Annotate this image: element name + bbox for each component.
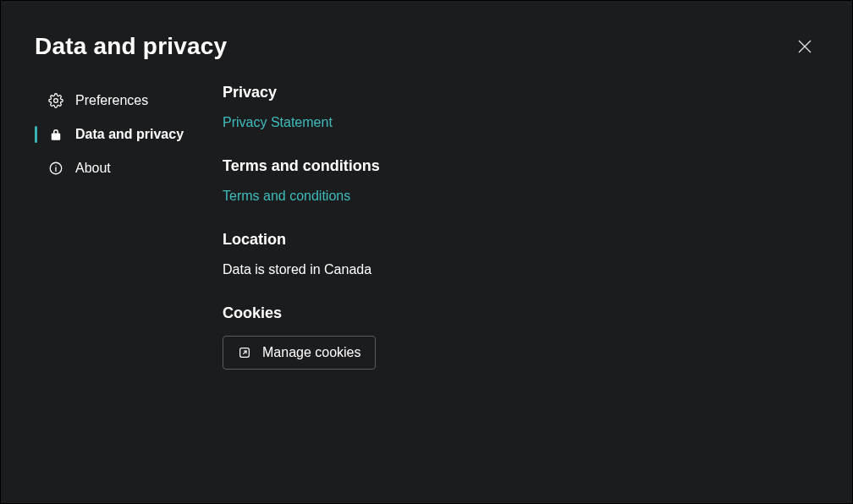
sidebar-item-label: About xyxy=(75,161,111,176)
svg-point-5 xyxy=(55,165,56,166)
main-content: Privacy Privacy Statement Terms and cond… xyxy=(223,84,818,397)
section-heading-cookies: Cookies xyxy=(223,304,818,322)
manage-cookies-button[interactable]: Manage cookies xyxy=(223,336,376,370)
page-title: Data and privacy xyxy=(35,33,227,60)
section-location: Location Data is stored in Canada xyxy=(223,231,818,277)
info-icon xyxy=(48,161,63,176)
close-button[interactable] xyxy=(791,33,818,60)
sidebar-item-about[interactable]: About xyxy=(35,151,201,185)
privacy-statement-link[interactable]: Privacy Statement xyxy=(223,115,333,130)
terms-link[interactable]: Terms and conditions xyxy=(223,189,350,204)
gear-icon xyxy=(48,93,63,108)
section-heading-terms: Terms and conditions xyxy=(223,157,818,175)
open-external-icon xyxy=(237,345,252,360)
section-heading-location: Location xyxy=(223,231,818,249)
manage-cookies-label: Manage cookies xyxy=(262,345,361,360)
section-privacy: Privacy Privacy Statement xyxy=(223,84,818,130)
sidebar: Preferences Data and privacy xyxy=(35,84,201,397)
sidebar-item-data-privacy[interactable]: Data and privacy xyxy=(35,118,201,151)
close-icon xyxy=(798,40,812,53)
sidebar-item-preferences[interactable]: Preferences xyxy=(35,84,201,118)
lock-icon xyxy=(48,127,63,142)
section-cookies: Cookies Manage cookies xyxy=(223,304,818,370)
sidebar-item-label: Data and privacy xyxy=(75,127,184,142)
svg-point-2 xyxy=(54,99,58,103)
sidebar-item-label: Preferences xyxy=(75,93,148,108)
section-terms: Terms and conditions Terms and condition… xyxy=(223,157,818,204)
location-text: Data is stored in Canada xyxy=(223,262,818,277)
section-heading-privacy: Privacy xyxy=(223,84,818,101)
